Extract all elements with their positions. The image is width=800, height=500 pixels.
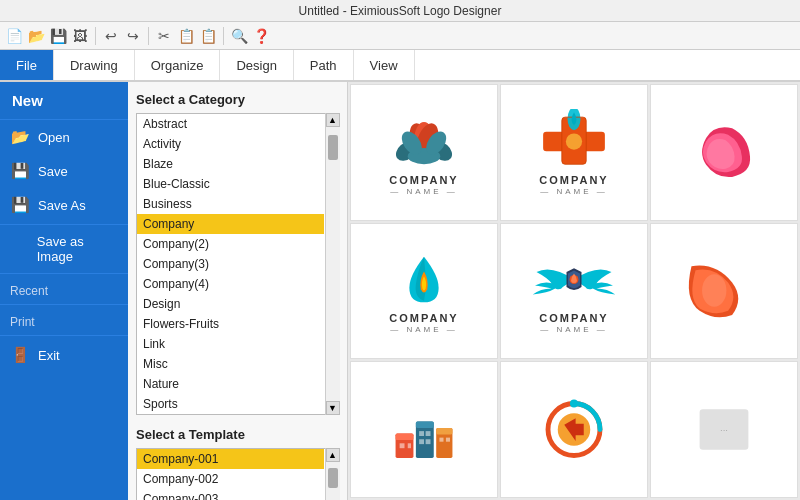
- category-list[interactable]: Abstract Activity Blaze Blue-Classic Bus…: [136, 113, 339, 415]
- cat-company2[interactable]: Company(2): [137, 234, 324, 254]
- logo-svg-6: [679, 258, 769, 323]
- sep1: [95, 27, 96, 45]
- toolbar-paste[interactable]: 📋: [198, 26, 218, 46]
- logo-svg-7: [379, 397, 469, 462]
- cat-scroll-thumb[interactable]: [328, 135, 338, 160]
- menu-open[interactable]: 📂 Open: [0, 120, 128, 154]
- toolbar-help[interactable]: ❓: [251, 26, 271, 46]
- logo-cell-5[interactable]: COMPANY — NAME —: [500, 223, 648, 360]
- svg-rect-21: [400, 443, 405, 448]
- toolbar-undo[interactable]: ↩: [101, 26, 121, 46]
- logo-cell-8[interactable]: [500, 361, 648, 498]
- tpl-002[interactable]: Company-002: [137, 469, 324, 489]
- cat-company4[interactable]: Company(4): [137, 274, 324, 294]
- svg-point-14: [702, 275, 726, 308]
- tpl-scroll-thumb[interactable]: [328, 468, 338, 488]
- logo-2-sub: — NAME —: [540, 187, 608, 196]
- menu-save-as[interactable]: 💾 Save As: [0, 188, 128, 222]
- svg-point-12: [566, 133, 582, 149]
- cat-abstract[interactable]: Abstract: [137, 114, 324, 134]
- logo-cell-9[interactable]: ···: [650, 361, 798, 498]
- svg-rect-23: [419, 431, 424, 436]
- toolbar-save[interactable]: 💾: [48, 26, 68, 46]
- menu-recent-label: Recent: [10, 284, 48, 298]
- cat-blue-classic[interactable]: Blue-Classic: [137, 174, 324, 194]
- template-list[interactable]: Company-001 Company-002 Company-003 Comp…: [136, 448, 339, 500]
- open-icon: 📂: [10, 127, 30, 147]
- tpl-scroll-up[interactable]: ▲: [326, 448, 340, 462]
- svg-point-31: [570, 400, 578, 408]
- save-icon: 💾: [10, 161, 30, 181]
- menu-save-label: Save: [38, 164, 68, 179]
- logo-cell-2[interactable]: COMPANY — NAME —: [500, 84, 648, 221]
- menu-print-label: Print: [10, 315, 35, 329]
- toolbar: 📄 📂 💾 🖼 ↩ ↪ ✂ 📋 📋 🔍 ❓: [0, 22, 800, 50]
- tab-view[interactable]: View: [354, 50, 415, 80]
- toolbar-redo[interactable]: ↪: [123, 26, 143, 46]
- sep2: [148, 27, 149, 45]
- toolbar-new[interactable]: 📄: [4, 26, 24, 46]
- svg-rect-19: [416, 422, 434, 429]
- tab-path[interactable]: Path: [294, 50, 354, 80]
- toolbar-save2[interactable]: 🖼: [70, 26, 90, 46]
- menu-divider4: [0, 335, 128, 336]
- cat-business[interactable]: Business: [137, 194, 324, 214]
- center-panel: Select a Category Abstract Activity Blaz…: [128, 82, 348, 500]
- menu-save-as-image-label: Save as Image: [37, 234, 118, 264]
- cat-sports[interactable]: Sports: [137, 394, 324, 414]
- logo-cell-4[interactable]: COMPANY — NAME —: [350, 223, 498, 360]
- title-bar: Untitled - EximiousSoft Logo Designer: [0, 0, 800, 22]
- logo-cell-7[interactable]: [350, 361, 498, 498]
- menu-print[interactable]: Print: [0, 307, 128, 333]
- logo-1-sub: — NAME —: [390, 187, 458, 196]
- menu-divider2: [0, 273, 128, 274]
- cat-company[interactable]: Company: [137, 214, 324, 234]
- menu-exit[interactable]: 🚪 Exit: [0, 338, 128, 372]
- cat-activity[interactable]: Activity: [137, 134, 324, 154]
- logo-5-sub: — NAME —: [540, 325, 608, 334]
- cat-blaze[interactable]: Blaze: [137, 154, 324, 174]
- svg-rect-27: [439, 438, 443, 442]
- logo-2-name: COMPANY: [539, 174, 608, 186]
- menu-save-as-image[interactable]: Save as Image: [0, 227, 128, 271]
- cat-link[interactable]: Link: [137, 334, 324, 354]
- cat-company3[interactable]: Company(3): [137, 254, 324, 274]
- toolbar-cut[interactable]: ✂: [154, 26, 174, 46]
- template-scrollbar[interactable]: ▲ ▼: [325, 448, 339, 500]
- svg-rect-26: [426, 439, 431, 444]
- toolbar-zoom[interactable]: 🔍: [229, 26, 249, 46]
- svg-rect-20: [436, 428, 452, 435]
- cat-scroll-down[interactable]: ▼: [326, 401, 340, 415]
- tab-design[interactable]: Design: [220, 50, 293, 80]
- save-image-icon: [10, 239, 29, 259]
- svg-rect-28: [446, 438, 450, 442]
- logo-preview-grid: COMPANY — NAME — COMPANY — NAME —: [348, 82, 800, 500]
- tab-organize[interactable]: Organize: [135, 50, 221, 80]
- file-menu-header: New: [0, 82, 128, 120]
- cat-flowers[interactable]: Flowers-Fruits: [137, 314, 324, 334]
- tpl-001[interactable]: Company-001: [137, 449, 324, 469]
- logo-cell-3[interactable]: [650, 84, 798, 221]
- toolbar-copy[interactable]: 📋: [176, 26, 196, 46]
- cat-design[interactable]: Design: [137, 294, 324, 314]
- logo-svg-5: [529, 247, 619, 312]
- cat-misc[interactable]: Misc: [137, 354, 324, 374]
- menu-recent[interactable]: Recent: [0, 276, 128, 302]
- tab-file[interactable]: File: [0, 50, 54, 80]
- svg-text:···: ···: [720, 424, 728, 435]
- cat-scroll-up[interactable]: ▲: [326, 113, 340, 127]
- svg-rect-22: [408, 443, 411, 448]
- menu-save-as-label: Save As: [38, 198, 86, 213]
- toolbar-open[interactable]: 📂: [26, 26, 46, 46]
- logo-cell-6[interactable]: [650, 223, 798, 360]
- logo-cell-1[interactable]: COMPANY — NAME —: [350, 84, 498, 221]
- menu-save[interactable]: 💾 Save: [0, 154, 128, 188]
- logo-svg-1: [379, 109, 469, 174]
- menu-divider3: [0, 304, 128, 305]
- logo-svg-3: [679, 120, 769, 185]
- logo-svg-8: [529, 397, 619, 462]
- tab-drawing[interactable]: Drawing: [54, 50, 135, 80]
- cat-nature[interactable]: Nature: [137, 374, 324, 394]
- tpl-003[interactable]: Company-003: [137, 489, 324, 500]
- category-scrollbar[interactable]: ▲ ▼: [325, 113, 339, 415]
